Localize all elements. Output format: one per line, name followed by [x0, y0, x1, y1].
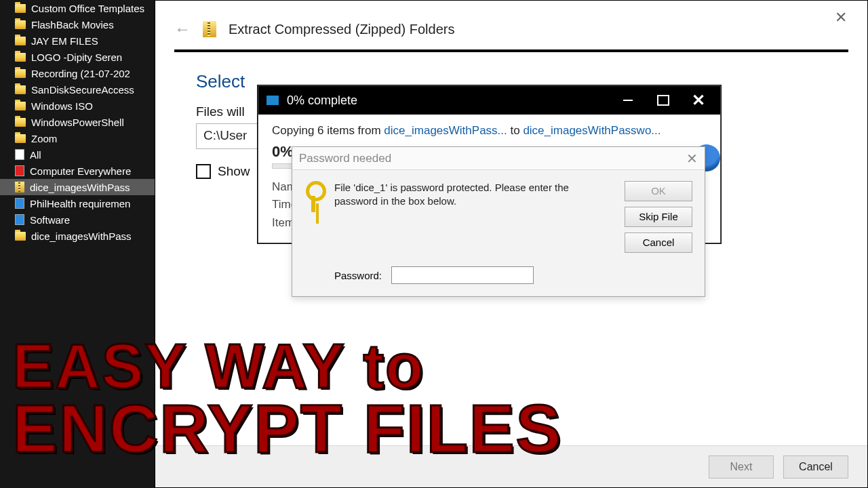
sidebar-item[interactable]: Software: [0, 211, 155, 228]
wizard-title: Extract Compressed (Zipped) Folders: [229, 22, 454, 37]
overlay-caption: EASY WAY to ENCRYPT FILES: [12, 337, 562, 461]
show-label: Show: [218, 164, 250, 179]
sidebar-item-label: Recording (21-07-202: [31, 68, 130, 79]
cancel-button[interactable]: Cancel: [783, 455, 848, 479]
maximize-button[interactable]: [646, 87, 681, 113]
sidebar-item-label: All: [30, 149, 41, 161]
sidebar-item[interactable]: PhilHealth requiremen: [0, 195, 155, 211]
sidebar-item-label: LOGO -Dipity Seren: [31, 52, 122, 63]
folder-icon: [15, 232, 26, 241]
password-content: File 'dice_1' is password protected. Ple…: [292, 170, 705, 266]
pdf-icon: [15, 165, 24, 176]
zip-icon: [203, 21, 216, 37]
back-arrow-icon[interactable]: ←: [174, 20, 191, 39]
copy-icon: [267, 96, 279, 105]
sidebar-item[interactable]: Computer Everywhere: [0, 163, 155, 179]
folder-icon: [15, 85, 26, 94]
sidebar-item-label: Custom Office Templates: [31, 3, 144, 14]
document-icon: [15, 149, 24, 160]
password-input[interactable]: [391, 266, 534, 284]
sidebar-item[interactable]: LOGO -Dipity Seren: [0, 49, 155, 65]
password-label: Password:: [334, 270, 382, 281]
sidebar-item[interactable]: Recording (21-07-202: [0, 65, 155, 81]
document-icon: [15, 214, 24, 225]
password-dialog: Password needed ✕ File 'dice_1' is passw…: [292, 146, 705, 297]
next-button[interactable]: Next: [709, 455, 774, 479]
folder-icon: [15, 4, 26, 13]
folder-icon: [15, 102, 26, 110]
progress-title: 0% complete: [287, 94, 357, 108]
folder-icon: [15, 118, 26, 127]
folder-icon: [15, 134, 26, 143]
password-row: Password:: [292, 266, 705, 296]
copy-mid: to: [507, 124, 524, 137]
zip-icon: [15, 182, 24, 192]
sidebar-item-label: Windows ISO: [31, 100, 93, 112]
overlay-line2: ENCRYPT FILES: [12, 396, 562, 461]
ok-button[interactable]: OK: [625, 181, 692, 201]
sidebar-item[interactable]: JAY EM FILES: [0, 33, 155, 49]
document-icon: [15, 198, 24, 209]
folder-icon: [15, 53, 26, 62]
sidebar-item[interactable]: Custom Office Templates: [0, 0, 155, 16]
password-message: File 'dice_1' is password protected. Ple…: [334, 181, 614, 253]
sidebar-item-label: Software: [30, 214, 70, 226]
key-icon: [303, 181, 323, 211]
sidebar-item-label: WindowsPowerShell: [31, 117, 124, 128]
sidebar-item-label: FlashBack Movies: [31, 19, 114, 30]
sidebar-item[interactable]: Zoom: [0, 130, 155, 146]
cancel-button[interactable]: Cancel: [625, 232, 692, 253]
checkbox-icon[interactable]: [196, 164, 211, 179]
sidebar-item[interactable]: WindowsPowerShell: [0, 114, 155, 130]
close-button[interactable]: ✕: [681, 87, 716, 113]
copy-prefix: Copying 6 items from: [272, 124, 384, 137]
folder-icon: [15, 20, 26, 29]
sidebar-item[interactable]: SanDiskSecureAccess: [0, 81, 155, 98]
sidebar-item[interactable]: Windows ISO: [0, 98, 155, 114]
password-titlebar[interactable]: Password needed ✕: [292, 147, 705, 170]
sidebar-item-label: SanDiskSecureAccess: [31, 84, 134, 96]
sidebar-item-label: Computer Everywhere: [30, 165, 131, 177]
source-link[interactable]: dice_imagesWithPass...: [384, 124, 507, 137]
folder-icon: [15, 37, 26, 45]
sidebar-item-label: Zoom: [31, 133, 57, 144]
minimize-button[interactable]: [610, 87, 646, 113]
dest-link[interactable]: dice_imagesWithPasswo...: [523, 124, 660, 137]
sidebar-item-label: JAY EM FILES: [31, 35, 98, 47]
wizard-header: ← Extract Compressed (Zipped) Folders: [155, 1, 867, 47]
sidebar-item[interactable]: FlashBack Movies: [0, 16, 155, 33]
progress-titlebar[interactable]: 0% complete ✕: [258, 86, 720, 115]
password-buttons: OK Skip File Cancel: [625, 181, 692, 253]
password-title: Password needed: [299, 152, 391, 165]
sidebar-item-label: dice_imagesWithPass: [30, 182, 130, 193]
sidebar-item[interactable]: All: [0, 146, 155, 163]
folder-icon: [15, 69, 26, 78]
close-icon[interactable]: ✕: [686, 150, 698, 167]
skip-file-button[interactable]: Skip File: [625, 207, 692, 227]
copy-status-line: Copying 6 items from dice_imagesWithPass…: [272, 124, 707, 138]
close-icon[interactable]: ✕: [835, 9, 847, 26]
sidebar-item-label: PhilHealth requiremen: [30, 198, 130, 209]
sidebar-item[interactable]: dice_imagesWithPass: [0, 179, 155, 195]
sidebar-item[interactable]: dice_imagesWithPass: [0, 228, 155, 244]
sidebar-item-label: dice_imagesWithPass: [31, 230, 132, 242]
